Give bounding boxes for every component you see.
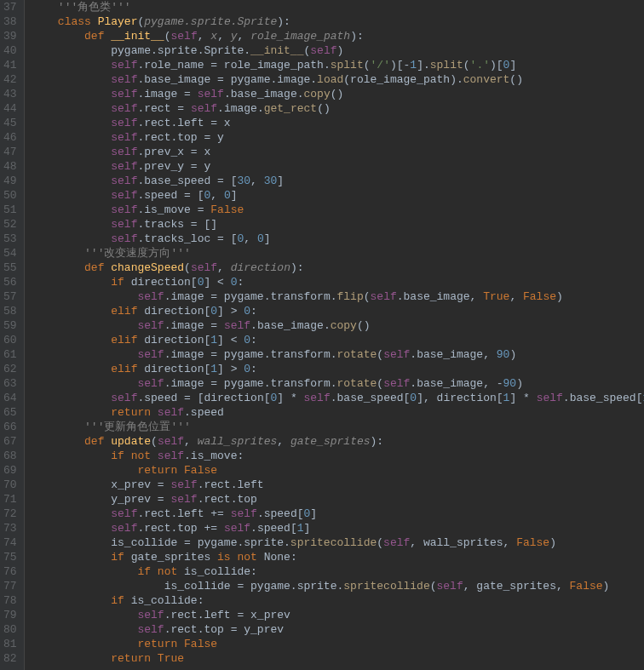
line-number: 73 <box>3 521 17 535</box>
line-number: 58 <box>3 304 17 318</box>
code-line[interactable]: self.image = pygame.transform.flip(self.… <box>32 289 637 304</box>
code-line[interactable]: self.rect.left += self.speed[0] <box>32 507 637 521</box>
line-number: 57 <box>3 289 17 304</box>
code-line[interactable]: self.is_move = False <box>32 203 637 217</box>
line-number: 62 <box>3 362 17 376</box>
line-number: 56 <box>3 275 17 289</box>
code-line[interactable]: x_prev = self.rect.left <box>32 478 637 492</box>
line-number: 54 <box>3 246 17 261</box>
code-line[interactable]: if not self.is_move: <box>32 449 637 463</box>
code-line[interactable]: return False <box>32 463 637 478</box>
code-line[interactable]: self.prev_y = y <box>32 159 637 174</box>
code-line[interactable]: elif direction[1] > 0: <box>32 362 637 376</box>
line-number: 53 <box>3 232 17 246</box>
line-number: 77 <box>3 579 17 593</box>
line-number: 69 <box>3 463 17 478</box>
line-number: 60 <box>3 333 17 347</box>
code-line[interactable]: self.role_name = role_image_path.split('… <box>32 58 637 72</box>
line-number: 39 <box>3 29 17 43</box>
line-number: 50 <box>3 188 17 203</box>
code-line[interactable]: self.speed = [0, 0] <box>32 188 637 203</box>
line-number: 66 <box>3 420 17 434</box>
line-number-gutter: 3738394041424344454647484950515253545556… <box>0 0 25 670</box>
line-number: 42 <box>3 72 17 87</box>
line-number: 68 <box>3 449 17 463</box>
line-number: 79 <box>3 608 17 622</box>
code-line[interactable]: is_collide = pygame.sprite.spritecollide… <box>32 535 637 550</box>
line-number: 37 <box>3 0 17 14</box>
line-number: 82 <box>3 651 17 666</box>
line-number: 51 <box>3 203 17 217</box>
code-line[interactable]: '''改变速度方向''' <box>32 246 637 261</box>
line-number: 72 <box>3 507 17 521</box>
code-line[interactable]: return False <box>32 637 637 651</box>
line-number: 61 <box>3 347 17 362</box>
code-line[interactable]: if direction[0] < 0: <box>32 275 637 289</box>
code-line[interactable]: y_prev = self.rect.top <box>32 492 637 507</box>
line-number: 63 <box>3 376 17 391</box>
line-number: 49 <box>3 174 17 188</box>
code-line[interactable]: self.rect.top = y <box>32 130 637 145</box>
line-number: 44 <box>3 101 17 116</box>
line-number: 48 <box>3 159 17 174</box>
code-line[interactable]: self.image = self.base_image.copy() <box>32 318 637 333</box>
code-line[interactable]: self.rect.left = x <box>32 116 637 130</box>
line-number: 41 <box>3 58 17 72</box>
code-line[interactable]: if gate_sprites is not None: <box>32 550 637 564</box>
code-line[interactable]: '''更新角色位置''' <box>32 420 637 434</box>
code-line[interactable]: self.rect.left = x_prev <box>32 608 637 622</box>
code-line[interactable]: elif direction[1] < 0: <box>32 333 637 347</box>
code-line[interactable]: self.rect = self.image.get_rect() <box>32 101 637 116</box>
code-area[interactable]: '''角色类''' class Player(pygame.sprite.Spr… <box>25 0 644 670</box>
code-line[interactable]: def update(self, wall_sprites, gate_spri… <box>32 434 637 449</box>
code-line[interactable]: return self.speed <box>32 405 637 420</box>
line-number: 75 <box>3 550 17 564</box>
line-number: 40 <box>3 43 17 58</box>
line-number: 55 <box>3 261 17 275</box>
line-number: 59 <box>3 318 17 333</box>
code-line[interactable]: '''角色类''' <box>32 0 637 14</box>
line-number: 65 <box>3 405 17 420</box>
code-line[interactable]: is_collide = pygame.sprite.spritecollide… <box>32 579 637 593</box>
line-number: 67 <box>3 434 17 449</box>
code-line[interactable]: if is_collide: <box>32 593 637 608</box>
code-line[interactable]: pygame.sprite.Sprite.__init__(self) <box>32 43 637 58</box>
code-line[interactable]: def __init__(self, x, y, role_image_path… <box>32 29 637 43</box>
code-editor[interactable]: 3738394041424344454647484950515253545556… <box>0 0 644 670</box>
line-number: 74 <box>3 535 17 550</box>
code-line[interactable]: def changeSpeed(self, direction): <box>32 261 637 275</box>
code-line[interactable]: elif direction[0] > 0: <box>32 304 637 318</box>
line-number: 47 <box>3 145 17 159</box>
code-line[interactable]: self.rect.top = y_prev <box>32 622 637 637</box>
code-line[interactable]: self.image = pygame.transform.rotate(sel… <box>32 376 637 391</box>
code-line[interactable]: self.tracks_loc = [0, 0] <box>32 232 637 246</box>
line-number: 81 <box>3 637 17 651</box>
code-line[interactable]: self.image = self.base_image.copy() <box>32 87 637 101</box>
code-line[interactable]: return True <box>32 651 637 666</box>
code-line[interactable]: self.rect.top += self.speed[1] <box>32 521 637 535</box>
code-line[interactable]: self.prev_x = x <box>32 145 637 159</box>
line-number: 38 <box>3 14 17 29</box>
line-number: 43 <box>3 87 17 101</box>
code-line[interactable]: if not is_collide: <box>32 564 637 579</box>
code-line[interactable]: self.tracks = [] <box>32 217 637 232</box>
code-line[interactable]: self.image = pygame.transform.rotate(sel… <box>32 347 637 362</box>
line-number: 70 <box>3 478 17 492</box>
line-number: 64 <box>3 391 17 405</box>
code-line[interactable]: self.base_image = pygame.image.load(role… <box>32 72 637 87</box>
line-number: 80 <box>3 622 17 637</box>
line-number: 46 <box>3 130 17 145</box>
line-number: 71 <box>3 492 17 507</box>
line-number: 52 <box>3 217 17 232</box>
code-line[interactable]: self.speed = [direction[0] * self.base_s… <box>32 391 637 405</box>
line-number: 76 <box>3 564 17 579</box>
line-number: 78 <box>3 593 17 608</box>
code-line[interactable]: class Player(pygame.sprite.Sprite): <box>32 14 637 29</box>
code-line[interactable]: self.base_speed = [30, 30] <box>32 174 637 188</box>
line-number: 45 <box>3 116 17 130</box>
